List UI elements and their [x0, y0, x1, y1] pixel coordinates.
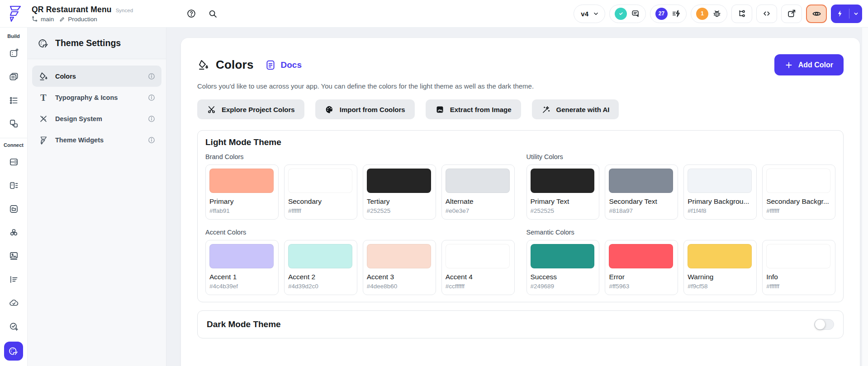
- widget-add-icon: [9, 48, 19, 58]
- preview-button[interactable]: [806, 5, 827, 23]
- color-card-warning[interactable]: Warning #f9cf58: [683, 240, 757, 295]
- generate-with-ai-button[interactable]: Generate with AI: [532, 99, 619, 119]
- panel-item-colors[interactable]: Colors: [32, 66, 161, 87]
- paint-bucket-icon: [197, 59, 209, 71]
- nav-item-app-values[interactable]: [0, 88, 27, 112]
- action-label: Import from Coolors: [340, 106, 405, 113]
- color-card-info[interactable]: Info #ffffff: [762, 240, 835, 295]
- color-name: Accent 2: [288, 273, 352, 281]
- export-icon: [787, 9, 797, 19]
- dark-mode-toggle[interactable]: [814, 319, 834, 330]
- info-icon[interactable]: [147, 136, 156, 144]
- color-card-alternate[interactable]: Alternate #e0e3e7: [441, 164, 515, 220]
- nav-item-localization[interactable]: [0, 267, 27, 291]
- search-button[interactable]: [208, 9, 218, 19]
- colors-card: Colors Docs Add Color Colors you: [181, 38, 860, 366]
- info-icon[interactable]: [147, 94, 156, 102]
- main-content: Colors Docs Add Color Colors you: [166, 28, 868, 366]
- nav-item-tests[interactable]: [0, 314, 27, 338]
- nav-section-build: Build: [7, 31, 20, 41]
- color-card-primary[interactable]: Primary #ffab91: [205, 164, 279, 220]
- color-card-error[interactable]: Error #ff5963: [605, 240, 678, 295]
- folder-icon: [9, 204, 19, 214]
- flutterflow-logo[interactable]: [6, 5, 23, 23]
- environment-selector[interactable]: Production: [59, 16, 97, 23]
- app-window: QR Restaurant Menu Synced main: [0, 0, 868, 366]
- color-card-secondary-text[interactable]: Secondary Text #818a97: [605, 164, 678, 220]
- color-card-secondary-background[interactable]: Secondary Backgr... #ffffff: [762, 164, 835, 220]
- theme-settings-panel: Theme Settings Colors T Typography & Ico…: [28, 28, 166, 366]
- color-card-tertiary[interactable]: Tertiary #252525: [363, 164, 436, 220]
- color-name: Primary Text: [531, 197, 595, 206]
- color-card-accent-4[interactable]: Accent 4 #ccffffff: [441, 240, 515, 295]
- info-icon[interactable]: [147, 72, 156, 80]
- action-label: Extract from Image: [450, 106, 512, 113]
- nav-item-api-calls[interactable]: [0, 174, 27, 197]
- nav-item-pages[interactable]: [0, 65, 27, 88]
- color-hex: #818a97: [609, 207, 673, 214]
- panel-item-typography[interactable]: T Typography & Icons: [32, 87, 161, 108]
- actions-count-pill[interactable]: 27: [650, 5, 687, 23]
- export-button[interactable]: [781, 5, 802, 23]
- nav-item-integrations[interactable]: [0, 221, 27, 244]
- media-icon: [9, 251, 19, 261]
- run-options-chevron-icon[interactable]: [849, 10, 862, 17]
- docs-link[interactable]: Docs: [265, 59, 302, 71]
- nav-item-widget-palette[interactable]: [0, 41, 27, 65]
- add-color-button[interactable]: Add Color: [774, 54, 844, 75]
- dark-mode-title: Dark Mode Theme: [207, 319, 281, 329]
- help-button[interactable]: [186, 9, 196, 19]
- panel-title: Theme Settings: [55, 38, 121, 48]
- nav-item-files[interactable]: [0, 197, 27, 221]
- color-hex: #ff5963: [609, 283, 673, 290]
- color-swatch: [766, 244, 830, 268]
- color-hex: #252525: [531, 207, 595, 214]
- nav-item-media-assets[interactable]: [0, 244, 27, 267]
- top-bar-actions: v4 27: [574, 5, 862, 23]
- color-swatch: [688, 244, 752, 268]
- colors-title-row: Colors Docs Add Color: [197, 54, 844, 75]
- nav-item-database[interactable]: [0, 150, 27, 174]
- vertical-scrollbar[interactable]: [862, 28, 868, 366]
- color-hex: #f9cf58: [688, 283, 752, 290]
- nav-item-theme-settings-active[interactable]: [4, 342, 23, 361]
- color-card-primary-background[interactable]: Primary Backgrou... #f1f4f8: [683, 164, 757, 220]
- branch-selector[interactable]: main: [32, 16, 54, 23]
- color-card-accent-1[interactable]: Accent 1 #4c4b39ef: [205, 240, 279, 295]
- panel-item-design-system[interactable]: Design System: [32, 108, 161, 129]
- help-icon: [186, 9, 196, 19]
- run-button[interactable]: [831, 5, 862, 23]
- palette-icon: [38, 38, 49, 49]
- extract-from-image-button[interactable]: Extract from Image: [426, 99, 521, 119]
- color-card-success[interactable]: Success #249689: [526, 240, 600, 295]
- panel-item-label: Colors: [55, 73, 141, 80]
- color-hex: #ffab91: [209, 207, 274, 214]
- comments-icon: [631, 9, 640, 19]
- group-label: Brand Colors: [205, 153, 515, 160]
- panel-item-theme-widgets[interactable]: Theme Widgets: [32, 129, 161, 150]
- color-card-primary-text[interactable]: Primary Text #252525: [526, 164, 600, 220]
- code-view-button[interactable]: [756, 5, 777, 23]
- widget-tree-button[interactable]: [731, 5, 752, 23]
- color-card-accent-2[interactable]: Accent 2 #4d39d2c0: [284, 240, 357, 295]
- group-label: Semantic Colors: [526, 229, 836, 236]
- action-label: Explore Project Colors: [222, 106, 295, 113]
- import-from-coolors-button[interactable]: Import from Coolors: [315, 99, 415, 119]
- info-icon[interactable]: [147, 115, 156, 123]
- nav-item-deploy[interactable]: [0, 291, 27, 314]
- color-hex: #ffffff: [766, 207, 830, 214]
- color-name: Warning: [688, 273, 752, 281]
- cloud-check-icon: [9, 298, 19, 308]
- version-selector[interactable]: v4: [574, 5, 605, 23]
- version-label: v4: [579, 10, 588, 18]
- issues-pill[interactable]: 1: [691, 5, 727, 23]
- palette-brush-icon: [8, 346, 19, 357]
- explore-project-colors-button[interactable]: Explore Project Colors: [197, 99, 304, 119]
- text-align-icon: [9, 274, 19, 285]
- color-hex: #e0e3e7: [446, 207, 510, 214]
- nav-item-components[interactable]: [0, 112, 27, 135]
- color-card-secondary[interactable]: Secondary #ffffff: [284, 164, 357, 220]
- color-card-accent-3[interactable]: Accent 3 #4dee8b60: [363, 240, 436, 295]
- list-icon: [9, 95, 19, 105]
- status-comments-pill[interactable]: [609, 5, 646, 23]
